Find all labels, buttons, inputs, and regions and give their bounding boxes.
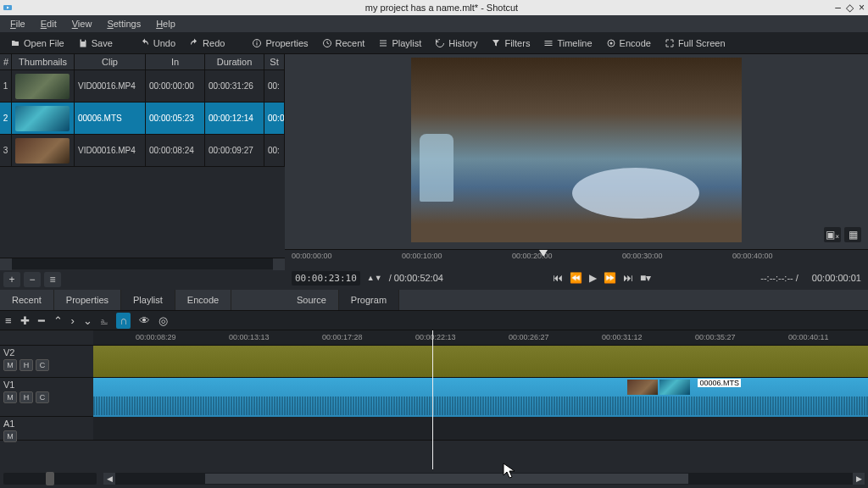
timeline-hscroll[interactable]: ◀ ▶ (103, 473, 865, 485)
fullscreen-button[interactable]: Full Screen (659, 36, 731, 51)
timeline-lift-button[interactable]: ⌃ (53, 314, 63, 327)
playlist-panel: # Thumbnails Clip In Duration St 1 VID00… (0, 54, 285, 290)
clip-thumb-icon (659, 380, 690, 395)
preview-video[interactable] (411, 58, 742, 242)
scroll-right-button[interactable]: ▶ (853, 473, 865, 485)
track-v2[interactable] (93, 346, 868, 378)
play-button[interactable]: ▶ (589, 272, 597, 284)
playlist-header: # Thumbnails Clip In Duration St (0, 54, 285, 70)
out-timecode: 00:00:00:01 (812, 273, 861, 283)
timeline-footer: ◀ ▶ (0, 469, 868, 488)
preview-grid-button[interactable]: ▦ (844, 227, 861, 242)
preview-controls: 00:00:23:10 ▲▼ / 00:00:52:04 ⏮ ⏪ ▶ ⏩ ⏭ ■… (285, 266, 868, 290)
close-button[interactable]: × (859, 2, 865, 14)
preview-playhead-icon[interactable] (539, 250, 548, 257)
timeline-playhead[interactable] (432, 330, 433, 469)
menu-settings[interactable]: Settings (100, 17, 147, 30)
undo-button[interactable]: Undo (135, 36, 181, 51)
playlist-row[interactable]: 3 VID00016.MP4 00:00:08:24 00:00:09:27 0… (0, 135, 285, 167)
tab-properties[interactable]: Properties (54, 290, 121, 310)
in-timecode: --:--:--:-- / (760, 273, 798, 283)
redo-button[interactable]: Redo (184, 36, 230, 51)
playlist-add-button[interactable]: + (3, 272, 20, 287)
track-label-v2[interactable]: V2 M H C (0, 346, 93, 378)
track-a1[interactable] (93, 417, 868, 441)
encode-button[interactable]: Encode (601, 36, 656, 51)
preview-ruler[interactable]: 00:00:00:00 00:00:10:00 00:00:20:00 00:0… (285, 249, 868, 266)
track-v1[interactable]: 00006.MTS (93, 378, 868, 417)
timeline-toolbar: ≡ ✚ ━ ⌃ › ⌄ ⎁ ∩ 👁 ◎ (0, 310, 868, 330)
svg-rect-4 (257, 41, 258, 42)
hide-chip[interactable]: H (19, 359, 33, 371)
timeline-ripple-button[interactable]: ◎ (159, 314, 168, 327)
preview-panel: ▣ₓ ▦ 00:00:00:00 00:00:10:00 00:00:20:00… (285, 54, 868, 290)
history-button[interactable]: History (430, 36, 482, 51)
timeline-clip[interactable]: 00006.MTS (93, 378, 868, 417)
current-timecode[interactable]: 00:00:23:10 (292, 271, 360, 286)
track-label-v1[interactable]: V1 M H C (0, 378, 93, 417)
clip-label: 00006.MTS (698, 379, 741, 387)
timeline-button[interactable]: Timeline (538, 36, 597, 51)
properties-button[interactable]: Properties (247, 36, 313, 51)
app-icon (0, 0, 15, 15)
svg-rect-3 (257, 42, 258, 46)
playlist-row[interactable]: 1 VID00016.MP4 00:00:00:00 00:00:31:26 0… (0, 70, 285, 103)
playlist-menu-button[interactable]: ≡ (44, 272, 61, 287)
menu-file[interactable]: File (3, 17, 32, 30)
playlist-hscroll[interactable] (0, 258, 285, 269)
tab-source[interactable]: Source (285, 290, 339, 310)
menubar: File Edit View Settings Help (0, 15, 868, 32)
menu-view[interactable]: View (65, 17, 99, 30)
rewind-button[interactable]: ⏪ (570, 272, 582, 284)
maximize-button[interactable]: ◇ (846, 2, 854, 14)
minimize-button[interactable]: – (835, 2, 841, 14)
thumbnail-image (15, 106, 70, 131)
forward-button[interactable]: ⏩ (604, 272, 616, 284)
compose-chip[interactable]: C (36, 391, 49, 403)
timeline-split-button[interactable]: ⎁ (101, 314, 108, 327)
compose-chip[interactable]: C (36, 359, 49, 371)
mute-chip[interactable]: M (3, 391, 17, 403)
mute-chip[interactable]: M (3, 430, 17, 442)
save-button[interactable]: Save (73, 36, 118, 51)
menu-edit[interactable]: Edit (34, 17, 64, 30)
timeline-append-button[interactable]: ✚ (20, 314, 30, 327)
scroll-thumb[interactable] (205, 474, 688, 484)
timeline-overwrite-button[interactable]: ⌄ (83, 314, 92, 327)
menu-help[interactable]: Help (149, 17, 182, 30)
svg-point-7 (609, 42, 612, 44)
hide-chip[interactable]: H (19, 391, 33, 403)
timeline-scrub-button[interactable]: 👁 (139, 314, 150, 327)
clip-thumb-icon (627, 380, 658, 395)
timeline-snap-button[interactable]: ∩ (116, 313, 131, 329)
thumbnail-image (15, 138, 70, 164)
waveform-icon (93, 396, 868, 415)
timeline-menu-button[interactable]: ≡ (5, 314, 12, 327)
stop-button[interactable]: ■▾ (640, 272, 651, 284)
tab-program[interactable]: Program (339, 290, 399, 310)
playlist-button[interactable]: Playlist (373, 36, 426, 51)
window-title: my project has a name.mlt* - Shotcut (15, 3, 868, 13)
preview-deinterlace-button[interactable]: ▣ₓ (824, 227, 841, 242)
window-titlebar: my project has a name.mlt* - Shotcut – ◇… (0, 0, 868, 15)
track-label-a1[interactable]: A1 M (0, 417, 93, 441)
skip-next-button[interactable]: ⏭ (623, 272, 633, 284)
timeline-tracks[interactable]: 00:00:08:29 00:00:13:13 00:00:17:28 00:0… (93, 330, 868, 469)
recent-button[interactable]: Recent (317, 36, 370, 51)
scroll-left-button[interactable]: ◀ (103, 473, 115, 485)
thumbnail-image (15, 74, 70, 99)
timeline-insert-button[interactable]: › (71, 314, 75, 327)
filters-button[interactable]: Filters (486, 36, 535, 51)
open-file-button[interactable]: Open File (5, 36, 70, 51)
tab-recent[interactable]: Recent (0, 290, 54, 310)
mute-chip[interactable]: M (3, 359, 17, 371)
playlist-row[interactable]: 2 00006.MTS 00:00:05:23 00:00:12:14 00:0 (0, 103, 285, 135)
tab-playlist[interactable]: Playlist (121, 290, 175, 310)
timeline-panel: V2 M H C V1 M H C A1 M 00:00:08:29 00:00… (0, 330, 868, 469)
timeline-ruler[interactable]: 00:00:08:29 00:00:13:13 00:00:17:28 00:0… (93, 330, 868, 346)
zoom-slider[interactable] (3, 473, 97, 485)
playlist-remove-button[interactable]: − (24, 272, 41, 287)
tab-encode[interactable]: Encode (175, 290, 231, 310)
timeline-remove-button[interactable]: ━ (38, 314, 45, 327)
skip-prev-button[interactable]: ⏮ (553, 272, 563, 284)
